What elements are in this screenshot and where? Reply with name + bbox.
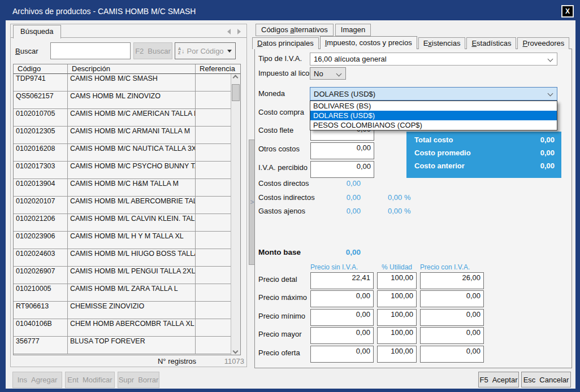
price-row-label: Precio máximo	[258, 293, 307, 302]
search-input[interactable]	[50, 42, 131, 59]
registros-value: 11073	[196, 357, 244, 365]
tab-impuesto-costos-precios[interactable]: Impuesto, costos y precios	[320, 36, 417, 49]
tab-imagen[interactable]: Imagen	[335, 24, 371, 36]
agregar-button[interactable]: InsAgregar	[12, 372, 62, 388]
price-sin-iva-input[interactable]: 0,00	[310, 290, 374, 307]
cell-descripcion: CAMIS HOMB M/L CALVIN KLEIN. TALLA	[68, 214, 196, 232]
scroll-up-icon[interactable]	[233, 75, 239, 81]
price-con-iva-input[interactable]: 0,00	[420, 327, 484, 344]
tab-codigos-alternativos[interactable]: Códigos alternativos	[256, 24, 334, 36]
table-row[interactable]: 0102020107CAMIS HOMB M/L ABERCOMBRIE TAL…	[14, 197, 240, 214]
tabs-row-1: Códigos alternativosImagen	[256, 24, 371, 36]
tipo-iva-combo[interactable]: 16,00 alícuota general	[310, 53, 557, 66]
tab-scroll-right-icon[interactable]	[237, 29, 241, 34]
cancelar-button[interactable]: Esc Cancelar	[521, 372, 571, 387]
table-row[interactable]: 01040106BCHEM HOMB ABERCOMBR TALLA XL	[14, 319, 240, 337]
table-body: TDP9741CAMIS HOMB M/C SMASHQS5062157CAMS…	[14, 74, 240, 354]
tab-proveedores[interactable]: Proveedores	[517, 37, 569, 49]
table-row[interactable]: 0102012305CAMIS HOMB M/C ARMANI TALLA M	[14, 127, 240, 144]
price-con-iva-input[interactable]: 0,00	[420, 290, 484, 307]
cell-descripcion: CAMIS HOMB M/C SMASH	[68, 74, 196, 92]
cost-field-input[interactable]: 0,00	[310, 142, 374, 159]
table-scrollbar[interactable]	[231, 74, 240, 355]
computed-label: Costos directos	[258, 179, 309, 188]
title-bar: Archivos de productos - CAMIS HOMB M/C S…	[6, 0, 575, 20]
tab-estadisticas[interactable]: Estadísticas	[466, 37, 516, 49]
column-codigo[interactable]: Código	[14, 64, 68, 74]
registros-label: N° registros	[158, 357, 196, 365]
moneda-combo[interactable]: DOLARES (USD$)	[310, 87, 557, 101]
column-referencia[interactable]: Referencia	[196, 64, 240, 74]
price-con-iva-input[interactable]: 0,00	[420, 309, 484, 326]
cell-descripcion: CAMIS HOMB M/C H&M TALLA M	[68, 179, 196, 197]
price-con-iva-input[interactable]: 26,00	[420, 272, 484, 289]
price-sin-iva-input[interactable]: 0,00	[310, 327, 374, 344]
summary-value: 0,00	[540, 149, 555, 158]
table-row[interactable]: QS5062157CAMS HOMB ML ZINOVIZO	[14, 92, 240, 109]
f2-buscar-button[interactable]: F2 Buscar	[133, 42, 172, 59]
cell-descripcion: CAMIS HOMB M/C ARMANI TALLA M	[68, 127, 196, 144]
table-row[interactable]: 356777BLUSA TOP FOREVER	[14, 337, 240, 354]
scrollbar-thumb[interactable]	[232, 84, 240, 101]
cell-codigo: 01040106B	[14, 319, 68, 337]
table-row[interactable]: 0102023906CAMIS HOMB M/L H Y M TALLA XL	[14, 232, 240, 249]
utilidad-input[interactable]: 100,00	[377, 346, 417, 363]
summary-row: Total costo0,00	[414, 136, 555, 145]
price-sin-iva-input[interactable]: 22,41	[310, 272, 374, 289]
cell-codigo: 010210005	[14, 284, 68, 302]
tab-scroll-left-icon[interactable]	[227, 29, 231, 34]
computed-percent: 0,00 %	[388, 193, 410, 202]
cost-field-input[interactable]: 0,00	[310, 161, 374, 178]
tab-busqueda[interactable]: Búsqueda	[13, 25, 61, 38]
cell-codigo: QS5062157	[14, 92, 68, 109]
moneda-option-1[interactable]: DOLARES (USD$)	[310, 111, 557, 120]
utilidad-input[interactable]: 100,00	[377, 327, 417, 344]
table-row[interactable]: 0102013904CAMIS HOMB M/C H&M TALLA M	[14, 179, 240, 197]
borrar-button[interactable]: SuprBorrar	[118, 372, 159, 388]
price-sin-iva-input[interactable]: 0,00	[310, 346, 374, 363]
table-row[interactable]: TDP9741CAMIS HOMB M/C SMASH	[14, 74, 240, 92]
aceptar-button[interactable]: F5 Aceptar	[478, 372, 519, 387]
monto-base-value: 0,00	[310, 248, 361, 256]
moneda-option-2[interactable]: PESOS COLOMBIANOS (COP$)	[310, 120, 557, 130]
tab-content-impuesto-costos-precios: Tipo de I.V.A. 16,00 alícuota general Im…	[254, 49, 572, 368]
table-row[interactable]: 0102026907CAMIS HOMB M/L PENGUI TALLA 2X…	[14, 267, 240, 284]
summary-value: 0,00	[540, 136, 555, 145]
table-row[interactable]: 0102010705CAMIS HOMB M/C AMERICAN TALLA …	[14, 109, 240, 127]
cell-codigo: 0102026907	[14, 267, 68, 284]
table-row[interactable]: 0102021206CAMIS HOMB M/L CALVIN KLEIN. T…	[14, 214, 240, 232]
moneda-option-0[interactable]: BOLIVARES (BS)	[310, 101, 557, 111]
window-title: Archivos de productos - CAMIS HOMB M/C S…	[12, 7, 196, 16]
column-descripcion[interactable]: Descripción	[68, 64, 196, 74]
scroll-down-icon[interactable]	[233, 349, 239, 354]
cell-descripcion: CAMIS HOMB M/C AMERICAN TALLA L	[68, 109, 196, 127]
header-precio-sin-iva: Precio sin I.V.A.	[310, 263, 358, 271]
utilidad-input[interactable]: 100,00	[377, 309, 417, 326]
tab-existencias[interactable]: Existencias	[418, 37, 466, 49]
price-con-iva-input[interactable]: 0,00	[420, 346, 484, 363]
close-button[interactable]: X	[561, 5, 574, 18]
price-sin-iva-input[interactable]: 0,00	[310, 309, 374, 326]
modificar-button[interactable]: EntModificar	[65, 372, 115, 388]
table-row[interactable]: 010210005CAMIS HOMB M/L ZARA TALLA L	[14, 284, 240, 302]
search-panel: Búsqueda Buscar F2 Buscar AZ↓ Por Código	[10, 24, 247, 367]
table-row[interactable]: 0102016208CAMIS HOMB M/C NAUTICA TALLA 3…	[14, 144, 240, 162]
utilidad-input[interactable]: 100,00	[377, 290, 417, 307]
tipo-iva-label: Tipo de I.V.A.	[258, 54, 302, 63]
price-row-label: Precio detal	[258, 275, 297, 284]
utilidad-input[interactable]: 100,00	[377, 272, 417, 289]
tab-datos-principales[interactable]: Datos principales	[252, 37, 319, 49]
chevron-down-icon	[548, 56, 553, 62]
summary-label: Costo anterior	[414, 162, 465, 171]
table-row[interactable]: 0102017303CAMIS HOMB M/C PSYCHO BUNNY TA…	[14, 162, 240, 179]
table-row[interactable]: 0102024603CAMIS HOMB M/L HIUGO BOSS TALL…	[14, 249, 240, 267]
cell-codigo: 0102012305	[14, 127, 68, 144]
cell-descripcion: CAMIS HOMB M/L ZARA TALLA L	[68, 284, 196, 302]
impuesto-licor-combo[interactable]: No	[310, 67, 346, 80]
table-row[interactable]: RT906613CHEMISSE ZINOVIZIO	[14, 302, 240, 319]
cell-codigo: 0102021206	[14, 214, 68, 232]
cell-codigo: 0102020107	[14, 197, 68, 214]
sort-order-combo[interactable]: AZ↓ Por Código	[175, 42, 236, 59]
cell-descripcion: CAMIS HOMB M/C PSYCHO BUNNY TAL	[68, 162, 196, 179]
cell-descripcion: CAMIS HOMB M/C NAUTICA TALLA 3XL	[68, 144, 196, 162]
